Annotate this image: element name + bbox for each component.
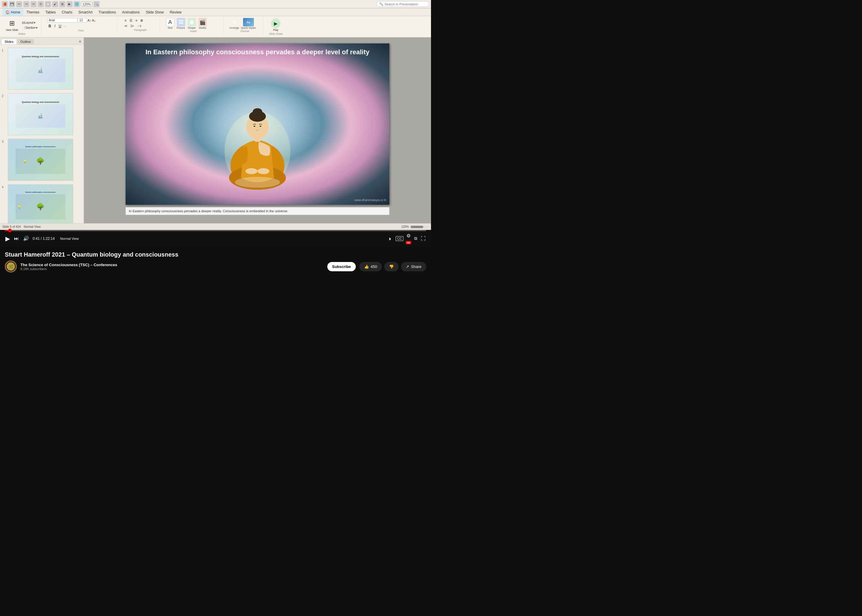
insert-group-label: Insert [166,30,221,33]
menu-review[interactable]: Review [166,8,184,16]
search-input[interactable] [385,2,427,6]
settings-button[interactable]: ⚙ [406,232,411,239]
search-icon: 🔍 [379,2,383,6]
menu-transitions[interactable]: Transitions [96,8,119,16]
outline-tab[interactable]: Outline [17,39,34,44]
font-size-field[interactable]: 12 [78,18,87,22]
new-slide-button[interactable]: ⊞ New Slide [5,18,19,32]
share-button[interactable]: ↗ Share [401,262,426,271]
fullscreen-button[interactable]: ⛶ [420,235,426,242]
skip-button[interactable]: ⏭ [14,235,19,242]
ribbon-font-group: Arial 12 A↑ A↓ B I U ··· Font [45,17,118,33]
redo-icon[interactable]: ↪ [24,1,29,7]
underline-button[interactable]: U [58,24,63,29]
bold-button[interactable]: B [47,24,52,29]
menu-tables[interactable]: Tables [42,8,59,16]
copy-icon[interactable]: ⎘ [38,1,44,7]
dislike-button[interactable]: 👎 [384,262,399,271]
paste-icon[interactable]: 📋 [45,1,51,7]
insert-icon[interactable]: ⊞ [59,1,65,7]
ribbon-slideshow-group: ▶ Play Slide Show [267,17,285,36]
align-left-button[interactable]: ≡ [124,18,128,23]
paragraph-group-label: Paragraph [124,28,157,31]
slide-item-3[interactable]: 3 Eastern philosophy consciousness 🌳 💡 [1,138,82,181]
section-button[interactable]: 📑 Section ▾ [21,25,39,30]
zoom-status: 120% [401,225,409,228]
menu-home[interactable]: 🏠 Home [2,8,24,16]
zoom-level[interactable]: 120% [81,2,92,6]
undo-icon[interactable]: ↩ [16,1,22,7]
menu-animations[interactable]: Animations [119,8,143,16]
slide-item-2[interactable]: 2 Quantum biology and consciousness 🔬 [1,93,82,136]
cc-button[interactable]: CC [396,236,404,241]
channel-row: 🌿 The Science of Consciousness (TSC) – C… [5,261,426,272]
home-icon: 🏠 [5,10,10,14]
ribbon-format-group: ⧉ Arrange Aa Quick Styles Format [227,17,263,33]
channel-avatar: 🌿 [5,261,17,272]
buddha-svg [218,91,297,193]
menu-slideshow[interactable]: Slide Show [143,8,166,16]
play-button[interactable]: ▶ Play [270,18,282,32]
progress-fill [5,230,8,231]
resize-handles [126,216,389,217]
zoom-slider[interactable] [411,226,429,228]
hd-badge: HD [406,241,411,244]
slideshow-group-label: Slide Show [269,32,283,35]
play-pause-button[interactable]: ▶ [5,234,11,243]
view-mode-status: Normal View [24,225,41,228]
svg-point-11 [235,177,280,188]
align-right-button[interactable]: ≡ [134,18,138,23]
subscribe-button[interactable]: Subscribe [327,262,356,271]
slide-thumb-content-3: Eastern philosophy consciousness 🌳 💡 [8,139,73,181]
svg-text:🌿: 🌿 [8,264,14,269]
media2-icon[interactable]: ▶ [66,1,72,7]
numbering-button[interactable]: 1≡ [129,24,135,28]
save-icon[interactable]: 💾 [9,1,15,7]
italic-button[interactable]: I [53,24,57,29]
bullets-button[interactable]: •≡ [124,24,129,28]
indent-button[interactable]: →≡ [135,24,143,28]
volume-button[interactable]: 🔊 [22,235,30,242]
pip-button[interactable]: ⧉ [414,235,418,242]
menu-charts[interactable]: Charts [59,8,75,16]
svg-point-7 [254,126,255,127]
slide-panel-tabs: Slides Outline ✕ [0,38,84,45]
video-player: 🍎 💾 ↩ ↪ ✂ ⎘ 📋 🖌 ⊞ ▶ 🌐 120% 🔍 🔍 🏠 Home [0,0,431,275]
slide-thumb-3: Eastern philosophy consciousness 🌳 💡 [8,139,73,181]
menu-smartart[interactable]: SmartArt [75,8,95,16]
autoplay-toggle[interactable]: ⏵ [388,236,393,242]
new-slide-icon: ⊞ [7,19,17,28]
cut-icon[interactable]: ✂ [31,1,36,7]
globe-icon[interactable]: 🌐 [74,1,80,7]
format-icon[interactable]: 🖌 [52,1,58,7]
thumb-light-tree2: 🌳 💡 [16,194,65,220]
progress-bar[interactable] [5,230,426,231]
menu-themes[interactable]: Themes [24,8,42,16]
controls-right: ⏵ CC ⚙ HD ⧉ ⛶ [388,232,426,245]
font-shrink-icon[interactable]: A↓ [92,19,96,22]
slide-thumb-4: Eastern philosophy consciousness 🌳 💡 [8,184,73,223]
slide-number-3: 3 [2,139,6,143]
slides-tab[interactable]: Slides [1,39,17,44]
slide-item-1[interactable]: 1 Quantum biology and consciousness 🔬 [1,47,82,90]
buddha-figure [215,85,300,193]
svg-point-9 [245,168,258,174]
panel-close-button[interactable]: ✕ [78,39,82,44]
slide-item-4[interactable]: 4 Eastern philosophy consciousness 🌳 💡 [1,184,82,223]
watermark: www.dhammakaya.or.th [355,198,386,202]
thumb-diagram-1: 🔬 [16,59,65,82]
slide-thumb-1: Quantum biology and consciousness 🔬 [8,48,73,90]
justify-button[interactable]: ≣ [139,18,144,23]
slides-list: 1 Quantum biology and consciousness 🔬 [0,45,84,223]
slide-thumb-2: Quantum biology and consciousness 🔬 [8,93,73,135]
like-icon: 👍 [364,264,369,269]
layout-button[interactable]: ⊟ Layout ▾ [21,20,39,25]
font-grow-icon[interactable]: A↑ [88,19,91,22]
zoom-icon[interactable]: 🔍 [94,1,99,7]
font-name-field[interactable]: Arial [47,18,77,22]
progress-container [0,230,431,231]
like-button[interactable]: 👍 450 [360,262,382,271]
format-group-label: Format [229,30,261,33]
dislike-icon: 👎 [389,264,394,269]
align-center-button[interactable]: ☰ [128,18,133,23]
